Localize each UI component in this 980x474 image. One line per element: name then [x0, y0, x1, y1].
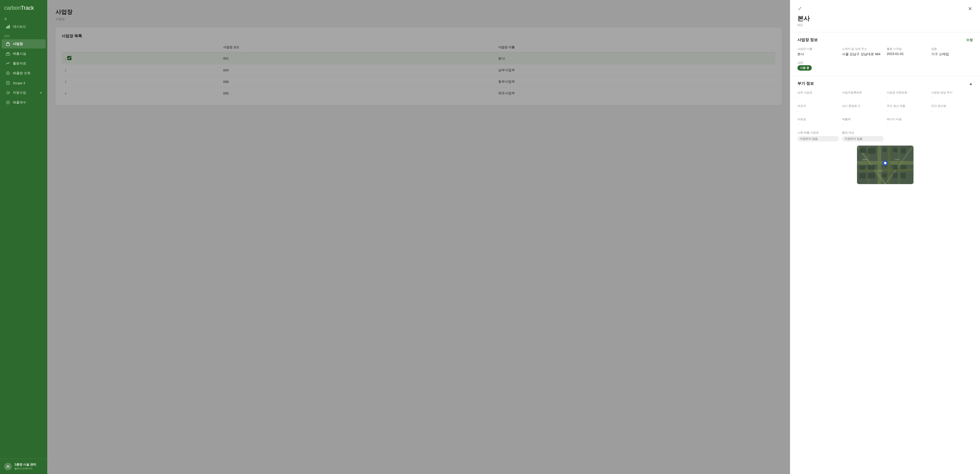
- sidebar: carbonTrack 홈 대시보드 관리 사업장 배출시설 활동자료 배출량 …: [0, 0, 47, 474]
- field-industry: 업종 가구 소매업: [931, 47, 973, 56]
- detail-panel: ⤢ ✕ 본사 001 사업장 정보 수정 사업장 이름 본사 소재지 및 상세 …: [790, 0, 980, 474]
- emissions-view-icon: [6, 71, 10, 75]
- auto-collect-chevron: ▾: [40, 91, 41, 94]
- small-emission-badge: 지정하지 않음: [797, 136, 839, 142]
- user-profile: 1층장 시설 관리 플레이스메이커: [0, 459, 47, 474]
- svg-rect-23: [859, 148, 866, 153]
- expand-button[interactable]: ⤢: [797, 5, 802, 12]
- app-logo: carbonTrack: [0, 0, 47, 14]
- emission-calc-icon: [6, 100, 10, 105]
- field-rep: 대표자 -: [797, 104, 839, 113]
- additional-info-grid: 상위 사업장 - 사업자등록번호 - 사업장 전화번호 - 사업장 담당 부서 …: [797, 91, 973, 142]
- activity-icon: [6, 61, 10, 66]
- sidebar-item-scope3[interactable]: Scope 3: [2, 78, 46, 87]
- svg-rect-25: [883, 148, 887, 152]
- toggle-additional-info[interactable]: ▲: [969, 81, 973, 86]
- field-parent: 상위 사업장 -: [797, 91, 839, 99]
- close-button[interactable]: ✕: [967, 5, 973, 12]
- field-revenue: 매출액 -: [842, 117, 884, 126]
- svg-rect-29: [868, 165, 875, 170]
- svg-point-8: [8, 73, 8, 74]
- field-energy-cost: 에너지 비용 -: [887, 117, 928, 126]
- field-status: 상태 사용 중: [797, 60, 973, 71]
- sidebar-item-emission-calc[interactable]: 배출계수: [2, 98, 46, 107]
- svg-text:베스트웨: 베스트웨: [878, 170, 883, 172]
- field-dept: 사업장 담당 부서 -: [931, 91, 973, 99]
- svg-rect-32: [859, 173, 866, 178]
- detail-panel-header: ⤢ ✕: [790, 0, 980, 12]
- field-small-emission: 소량 배출 사업장 지정하지 않음: [797, 131, 839, 142]
- svg-rect-30: [893, 165, 897, 170]
- field-name: 사업장 이름 본사: [797, 47, 839, 56]
- facilities-icon: [6, 51, 10, 56]
- field-allocation: 할당 대상 지정하지 않음: [842, 131, 884, 142]
- sidebar-item-auto-collect[interactable]: 자동수집 ▾: [2, 88, 46, 97]
- business-info-grid: 사업장 이름 본사 소재지 및 상세 주소 서울 강남구 강남대로 484 활동…: [797, 47, 973, 56]
- detail-title: 본사: [790, 12, 980, 23]
- svg-rect-27: [900, 148, 906, 153]
- additional-info-title: 부가 정보: [797, 81, 814, 86]
- sidebar-item-facilities[interactable]: 배출시설: [2, 49, 46, 58]
- sidebar-item-emissions-view[interactable]: 배출량 조회: [2, 68, 46, 78]
- business-icon: [6, 41, 10, 46]
- svg-rect-34: [883, 173, 887, 177]
- field-product: 주요 생산 제품 -: [887, 104, 928, 113]
- field-reg-num: 사업자등록번호 -: [842, 91, 884, 99]
- field-phone: 사업장 전화번호 -: [887, 91, 928, 99]
- status-badge: 사용 중: [797, 65, 812, 71]
- field-capital: 자본금 -: [797, 117, 839, 126]
- field-start-date: 활동 시작일 2023-01-01: [887, 47, 928, 56]
- svg-rect-0: [6, 27, 7, 29]
- svg-point-39: [884, 165, 886, 167]
- svg-rect-31: [900, 165, 906, 169]
- field-annual-prod: 연간 생산량 -: [931, 104, 973, 113]
- business-info-title: 사업장 정보: [797, 38, 818, 42]
- map-container: 강남역 신논현역 베스트웨: [797, 146, 973, 184]
- field-employees: 상시 종업원 수 -: [842, 104, 884, 113]
- svg-rect-35: [893, 173, 897, 178]
- additional-info-section: 부가 정보 ▲ 상위 사업장 - 사업자등록번호 - 사업장 전화번호 - 사업…: [790, 76, 980, 191]
- overlay[interactable]: [47, 0, 790, 474]
- dashboard-icon: [6, 24, 10, 29]
- sidebar-item-dashboard[interactable]: 대시보드: [2, 22, 46, 31]
- svg-rect-36: [900, 173, 906, 178]
- auto-collect-icon: [6, 91, 10, 95]
- svg-rect-9: [6, 81, 10, 84]
- svg-point-38: [884, 162, 886, 164]
- detail-code: 001: [790, 23, 980, 32]
- field-empty: [931, 117, 973, 126]
- field-address: 소재지 및 상세 주소 서울 강남구 강남대로 484: [842, 47, 884, 56]
- svg-rect-28: [859, 165, 865, 170]
- svg-text:강남역: 강남역: [862, 159, 867, 160]
- sidebar-item-business[interactable]: 사업장: [2, 39, 46, 49]
- sidebar-item-activity[interactable]: 활동자료: [2, 59, 46, 68]
- svg-rect-4: [7, 42, 9, 43]
- sidebar-section-manage: 관리: [0, 32, 47, 39]
- svg-text:신논현역: 신논현역: [894, 159, 899, 160]
- allocation-badge: 지정하지 않음: [842, 136, 884, 142]
- svg-rect-26: [893, 148, 897, 152]
- svg-rect-24: [868, 148, 875, 154]
- map-image: 강남역 신논현역 베스트웨: [857, 146, 913, 184]
- business-info-section: 사업장 정보 수정 사업장 이름 본사 소재지 및 상세 주소 서울 강남구 강…: [790, 32, 980, 76]
- avatar: [4, 463, 12, 471]
- svg-rect-33: [868, 173, 875, 178]
- svg-rect-2: [9, 25, 10, 29]
- edit-button[interactable]: 수정: [966, 38, 973, 42]
- scope3-icon: [6, 81, 10, 85]
- sidebar-section-home: 홈: [0, 14, 47, 22]
- svg-rect-1: [8, 25, 8, 29]
